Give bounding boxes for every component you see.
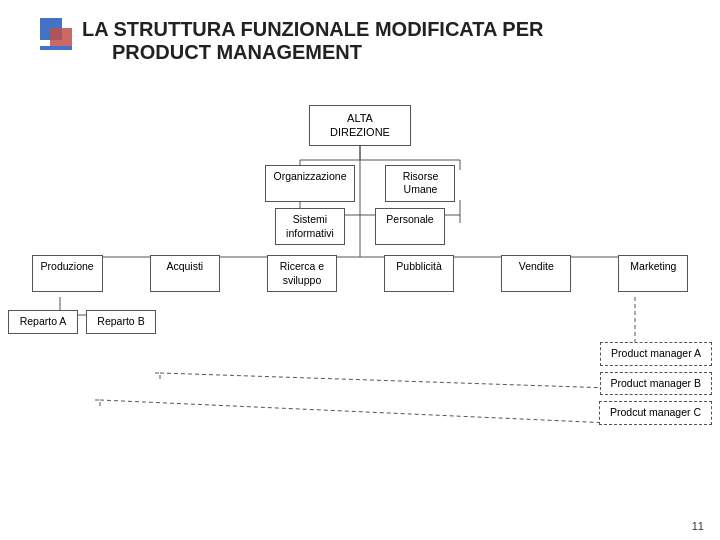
row3: Sistemiinformativi Personale	[0, 208, 720, 245]
alta-direzione-box: ALTA DIREZIONE	[309, 105, 411, 146]
reparto-b-box: Reparto B	[86, 310, 156, 334]
product-manager-c-row: Prodcut manager C	[0, 401, 720, 425]
org-chart: ALTA DIREZIONE Organizzazione RisorseUma…	[0, 105, 720, 425]
product-managers-section: Product manager A Product manager B Prod…	[0, 342, 720, 425]
row4-departments: Produzione Acquisti Ricerca esviluppo Pu…	[0, 255, 720, 292]
ricerca-sviluppo-box: Ricerca esviluppo	[267, 255, 337, 292]
organizzazione-box: Organizzazione	[265, 165, 356, 202]
marketing-box: Marketing	[618, 255, 688, 292]
title-text: LA STRUTTURA FUNZIONALE MODIFICATA PER P…	[82, 18, 543, 64]
sistemi-informativi-box: Sistemiinformativi	[275, 208, 345, 245]
product-manager-a-box: Product manager A	[600, 342, 712, 366]
pubblicita-box: Pubblicità	[384, 255, 454, 292]
svg-rect-2	[40, 46, 72, 50]
product-manager-c-box: Prodcut manager C	[599, 401, 712, 425]
title-decoration-icon	[40, 18, 72, 74]
row2: Organizzazione RisorseUmane	[0, 165, 720, 202]
title-section: LA STRUTTURA FUNZIONALE MODIFICATA PER P…	[40, 18, 543, 74]
page-number: 11	[692, 520, 704, 532]
product-manager-b-row: Product manager B	[0, 372, 720, 396]
product-manager-a-row: Product manager A	[0, 342, 720, 366]
row5-reparti: Reparto A Reparto B	[0, 310, 720, 334]
risorse-umane-box: RisorseUmane	[385, 165, 455, 202]
row-alta-direzione: ALTA DIREZIONE	[0, 105, 720, 146]
product-manager-b-box: Product manager B	[600, 372, 712, 396]
vendite-box: Vendite	[501, 255, 571, 292]
reparto-a-box: Reparto A	[8, 310, 78, 334]
acquisti-box: Acquisti	[150, 255, 220, 292]
personale-box: Personale	[375, 208, 445, 245]
produzione-box: Produzione	[32, 255, 103, 292]
